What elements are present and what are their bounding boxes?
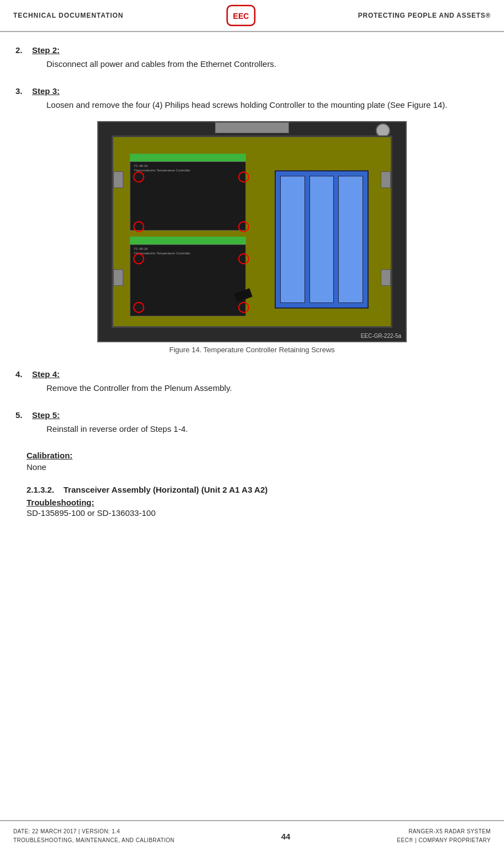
step-4-block: 4. Step 4: Remove the Controller from th… — [27, 369, 477, 395]
screw-indicator-8 — [238, 302, 249, 313]
screw-indicator-3 — [133, 221, 144, 232]
screw-indicator-4 — [238, 221, 249, 232]
green-strip-mid — [130, 237, 246, 244]
calibration-value: None — [27, 462, 477, 472]
calibration-title: Calibration: — [27, 451, 477, 460]
step-3-number: 3. — [15, 86, 32, 96]
page-footer: Date: 22 March 2017 | Version: 1.4 Troub… — [0, 820, 504, 851]
page-header: Technical Documentation EEC Protecting P… — [0, 0, 504, 32]
step-4-body: Remove the Controller from the Plenum As… — [46, 382, 477, 395]
step-4-header: 4. Step 4: — [27, 369, 477, 379]
screw-indicator-5 — [133, 253, 144, 264]
footer-system-name: Ranger-X5 Radar System — [397, 827, 491, 836]
controller-bot-label: TC-48-20Thermoelectric Temperature Contr… — [130, 245, 245, 258]
step-2-title: Step 2: — [32, 45, 60, 55]
step-5-number: 5. — [15, 410, 32, 420]
step-3-header: 3. Step 3: — [27, 86, 477, 96]
blue-panel — [275, 170, 369, 309]
screw-indicator-1 — [133, 171, 144, 182]
screw-indicator-2 — [238, 171, 249, 182]
controller-box-top: TC-48-20Thermoelectric Temperature Contr… — [130, 161, 246, 231]
figure-14-container: TC-48-20Thermoelectric Temperature Contr… — [27, 121, 477, 354]
section-title: Transceiver Assembly (Horizontal) (Unit … — [64, 485, 268, 494]
controller-top-label: TC-48-20Thermoelectric Temperature Contr… — [130, 162, 245, 175]
step-3-block: 3. Step 3: Loosen and remove the four (4… — [27, 86, 477, 354]
step-5-header: 5. Step 5: — [27, 410, 477, 420]
figure-14-image: TC-48-20Thermoelectric Temperature Contr… — [97, 121, 407, 342]
blue-bar-2 — [309, 176, 334, 303]
step-2-body: Disconnect all power and cables from the… — [46, 58, 477, 71]
figure-ref-label: EEC-GR-222-5a — [361, 333, 401, 339]
footer-page-number: 44 — [281, 832, 291, 841]
section-number: 2.1.3.2. — [27, 485, 54, 494]
blue-bar-1 — [280, 176, 305, 303]
footer-doc-type: Troubleshooting, Maintenance, and Calibr… — [13, 836, 175, 845]
footer-date-version: Date: 22 March 2017 | Version: 1.4 — [13, 827, 175, 836]
controller-box-bottom: TC-48-20Thermoelectric Temperature Contr… — [130, 244, 246, 316]
eec-logo: EEC — [226, 4, 256, 27]
step-4-title: Step 4: — [32, 369, 60, 379]
blue-bar-3 — [338, 176, 363, 303]
header-left-text: Technical Documentation — [13, 12, 123, 19]
bracket-left-bot — [113, 269, 123, 286]
step-5-title: Step 5: — [32, 410, 60, 420]
main-content: 2. Step 2: Disconnect all power and cabl… — [0, 32, 504, 535]
step-5-block: 5. Step 5: Reinstall in reverse order of… — [27, 410, 477, 436]
footer-proprietary: EEC® | Company Proprietary — [397, 836, 491, 845]
troubleshooting-value: SD-135895-100 or SD-136033-100 — [27, 508, 477, 518]
svg-text:EEC: EEC — [233, 12, 249, 20]
board-background: TC-48-20Thermoelectric Temperature Contr… — [112, 135, 392, 328]
header-right-text: Protecting People and Assets® — [358, 12, 491, 19]
step-5-body: Reinstall in reverse order of Steps 1-4. — [46, 423, 477, 436]
bracket-right-bot — [381, 269, 391, 286]
figure-caption: Figure 14. Temperature Controller Retain… — [169, 346, 335, 354]
step-3-title: Step 3: — [32, 86, 60, 96]
screw-indicator-6 — [238, 253, 249, 264]
section-2132-header: 2.1.3.2. Transceiver Assembly (Horizonta… — [27, 485, 477, 494]
step-2-number: 2. — [15, 45, 32, 55]
top-connector-bar — [215, 122, 288, 133]
step-4-number: 4. — [15, 369, 32, 379]
step-3-body: Loosen and remove the four (4) Philips h… — [46, 99, 477, 112]
footer-left: Date: 22 March 2017 | Version: 1.4 Troub… — [13, 827, 175, 845]
step-2-block: 2. Step 2: Disconnect all power and cabl… — [27, 45, 477, 71]
troubleshooting-title: Troubleshooting: — [27, 498, 477, 507]
footer-right: Ranger-X5 Radar System EEC® | Company Pr… — [397, 827, 491, 845]
calibration-block: Calibration: None — [27, 451, 477, 472]
step-2-header: 2. Step 2: — [27, 45, 477, 55]
green-strip-top — [130, 154, 246, 161]
section-2132-block: 2.1.3.2. Transceiver Assembly (Horizonta… — [27, 485, 477, 518]
screw-indicator-7 — [133, 302, 144, 313]
bracket-left-top — [113, 171, 123, 188]
bracket-right-top — [381, 171, 391, 188]
